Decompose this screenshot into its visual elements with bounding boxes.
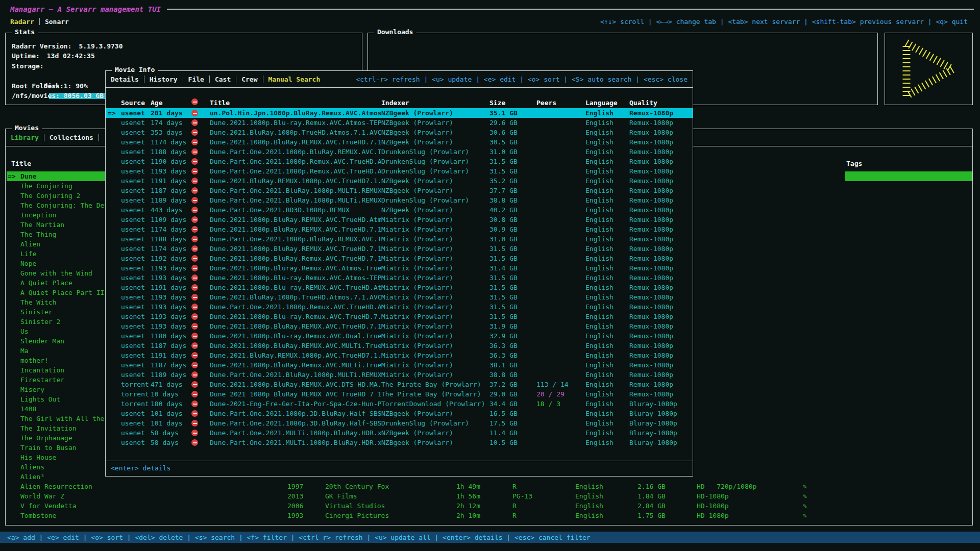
selection-prefix bbox=[106, 118, 121, 128]
result-source: usenet bbox=[121, 312, 151, 321]
result-title: Dune.Part.One.2021.BD3D.1080p.REMUX bbox=[210, 205, 381, 215]
search-result-row[interactable]: usenet 1193 days Dune.2021.BluRay.1080p.… bbox=[106, 292, 693, 302]
result-rejection bbox=[191, 428, 210, 438]
search-result-row[interactable]: usenet 1193 days Dune.2021.1080p.Bluray.… bbox=[106, 263, 693, 273]
result-quality: Remux-1080p bbox=[629, 360, 693, 370]
search-result-row[interactable]: usenet 443 days Dune.Part.One.2021.BD3D.… bbox=[106, 205, 693, 215]
result-age: 1192 days bbox=[151, 254, 191, 263]
result-language: English bbox=[585, 205, 629, 215]
search-result-row[interactable]: torrent 471 days Dune.2021.1080p.BluRay.… bbox=[106, 380, 693, 389]
tab-sonarr[interactable]: Sonarr bbox=[45, 18, 69, 26]
rejection-icon bbox=[191, 119, 198, 126]
search-result-row[interactable]: usenet 1193 days Dune.Part.One.2021.1080… bbox=[106, 166, 693, 176]
result-indexer: Miatrix (Prowlarr) bbox=[381, 350, 489, 360]
monitored-icon: ✎ bbox=[803, 482, 845, 491]
movie-tags bbox=[845, 220, 972, 230]
rejection-icon bbox=[191, 420, 198, 427]
monitored-icon bbox=[803, 394, 845, 404]
result-indexer: NZBgeek (Prowlarr) bbox=[381, 118, 489, 128]
search-result-row[interactable]: usenet 1193 days Dune.Part.One.2021.1080… bbox=[106, 302, 693, 312]
search-result-row[interactable]: => usenet 201 days un.Pol.Hin.Jpn.1080p.… bbox=[106, 108, 693, 118]
search-result-row[interactable]: usenet 1191 days Dune.2021.1080p.Blu-ray… bbox=[106, 283, 693, 292]
result-quality: Remux-1080p bbox=[629, 215, 693, 224]
result-title: Dune.Part.One.2021.BluRay.1080p.MULTi.RE… bbox=[210, 370, 381, 380]
search-result-row[interactable]: usenet 1174 days Dune.2021.1080p.BluRay.… bbox=[106, 137, 693, 147]
movie-row[interactable]: Alien Resurrection 1997 20th Century Fox… bbox=[7, 482, 972, 491]
selection-prefix bbox=[106, 292, 121, 302]
search-result-row[interactable]: usenet 1191 days Dune.2021.BluRay.REMUX.… bbox=[106, 176, 693, 186]
search-result-row[interactable]: usenet 1187 days Dune.Part.One.2021.BluR… bbox=[106, 186, 693, 195]
monitored-icon: ✎ bbox=[803, 511, 845, 520]
search-result-row[interactable]: usenet 174 days Dune.2021.1080p.Blu-ray.… bbox=[106, 118, 693, 128]
selection-prefix bbox=[7, 356, 20, 365]
movie-language: English bbox=[575, 482, 638, 491]
search-result-row[interactable]: usenet 1187 days Dune.2021.1080p.BluRay.… bbox=[106, 341, 693, 350]
tab-library[interactable]: Library bbox=[11, 134, 39, 141]
search-result-row[interactable]: usenet 353 days Dune.2021.BluRay.1080p.T… bbox=[106, 128, 693, 137]
search-result-row[interactable]: usenet 58 days Dune.Part.One.2021.MULTi.… bbox=[106, 428, 693, 438]
search-result-row[interactable]: usenet 101 days Dune.Part.One.2021.1080p… bbox=[106, 409, 693, 418]
result-title: Dune.2021.1080p.Blu-ray.Remux.AVC.Dual.T… bbox=[210, 331, 381, 341]
column-header-indexer: Indexer bbox=[381, 99, 489, 107]
search-result-row[interactable]: usenet 1189 days Dune.Part.One.2021.BluR… bbox=[106, 370, 693, 380]
movie-quality bbox=[697, 239, 803, 249]
tab-details[interactable]: Details bbox=[111, 76, 139, 83]
result-size: 31.5 GB bbox=[489, 244, 536, 254]
movie-row[interactable]: Tombstone 1993 Cinergi Pictures 2h 10m R… bbox=[7, 511, 972, 520]
result-size: 37.7 GB bbox=[489, 186, 536, 195]
search-result-row[interactable]: usenet 1109 days Dune.2021.1080p.BluRay.… bbox=[106, 215, 693, 224]
search-result-row[interactable]: usenet 101 days Dune.Part.One.2021.1080p… bbox=[106, 418, 693, 428]
result-quality: Remux-1080p bbox=[629, 176, 693, 186]
result-language: English bbox=[585, 195, 629, 205]
tab-cast[interactable]: Cast bbox=[215, 76, 231, 83]
stat-version-value: 5.19.3.9730 bbox=[79, 42, 122, 50]
result-rejection bbox=[191, 224, 210, 234]
search-result-row[interactable]: torrent 180 days Dune-2021-Eng-Fre-Ger-I… bbox=[106, 399, 693, 409]
movie-tags bbox=[845, 307, 972, 317]
result-language: English bbox=[585, 108, 629, 118]
subtab-separator bbox=[44, 134, 44, 141]
column-header-size: Size bbox=[489, 99, 536, 107]
result-title: Dune.Part.One.2021.1080p.BluRay.REMUX.AV… bbox=[210, 147, 381, 157]
selection-prefix bbox=[106, 166, 121, 176]
search-result-row[interactable]: torrent 10 days Dune 2021 1080p BluRay R… bbox=[106, 389, 693, 399]
search-result-row[interactable]: usenet 1188 days Dune.Part.One.2021.1080… bbox=[106, 234, 693, 244]
tab-crew[interactable]: Crew bbox=[241, 76, 257, 83]
result-quality: Remux-1080p bbox=[629, 244, 693, 254]
search-table-body: => usenet 201 days un.Pol.Hin.Jpn.1080p.… bbox=[106, 108, 693, 447]
tab-radarr[interactable]: Radarr bbox=[10, 18, 34, 26]
movie-tags bbox=[845, 297, 972, 307]
selection-prefix bbox=[7, 404, 20, 414]
tab-collections[interactable]: Collections bbox=[50, 134, 93, 141]
movie-row[interactable]: V for Vendetta 2006 Virtual Studios 2h 1… bbox=[7, 501, 972, 511]
result-peers bbox=[536, 224, 585, 234]
result-title: Dune 2021 1080p BluRay REMUX AVC TrueHD … bbox=[210, 389, 381, 399]
movie-tags bbox=[845, 356, 972, 365]
tab-history[interactable]: History bbox=[150, 76, 178, 83]
monitored-icon bbox=[803, 201, 845, 210]
search-result-row[interactable]: usenet 1189 days Dune.Part.One.2021.BluR… bbox=[106, 195, 693, 205]
result-title: Dune.2021.BluRay.REMUX.1080p.AVC.TrueHD7… bbox=[210, 350, 381, 360]
result-language: English bbox=[585, 341, 629, 350]
search-result-row[interactable]: usenet 58 days Dune.Part.One.2021.MULTi.… bbox=[106, 438, 693, 447]
column-header-quality: Quality bbox=[629, 99, 693, 107]
search-result-row[interactable]: usenet 1188 days Dune.Part.One.2021.1080… bbox=[106, 147, 693, 157]
search-result-row[interactable]: usenet 1192 days Dune.2021.1080p.BluRay.… bbox=[106, 254, 693, 263]
search-result-row[interactable]: usenet 1174 days Dune.2021.1080p.BluRay.… bbox=[106, 224, 693, 234]
search-result-row[interactable]: usenet 1187 days Dune.2021.1080p.BluRay.… bbox=[106, 360, 693, 370]
search-result-row[interactable]: usenet 1191 days Dune.2021.BluRay.REMUX.… bbox=[106, 350, 693, 360]
tab-manual-search[interactable]: Manual Search bbox=[268, 76, 321, 83]
movie-quality bbox=[697, 453, 803, 462]
search-result-row[interactable]: usenet 1193 days Dune.2021.1080p.Blu-ray… bbox=[106, 312, 693, 321]
result-language: English bbox=[585, 118, 629, 128]
search-result-row[interactable]: usenet 1174 days Dune.2021.1080p.BluRay.… bbox=[106, 244, 693, 254]
search-result-row[interactable]: usenet 1180 days Dune.2021.1080p.Blu-ray… bbox=[106, 331, 693, 341]
search-result-row[interactable]: usenet 1190 days Dune.Part.One.2021.1080… bbox=[106, 157, 693, 166]
movie-row[interactable]: World War Z 2013 GK Films 1h 56m PG-13 E… bbox=[7, 491, 972, 501]
tab-file[interactable]: File bbox=[188, 76, 204, 83]
search-result-row[interactable]: usenet 1193 days Dune.2021.1080p.Blu-ray… bbox=[106, 273, 693, 283]
search-result-row[interactable]: usenet 1193 days Dune.2021.1080p.BluRay.… bbox=[106, 321, 693, 331]
monitored-icon bbox=[803, 220, 845, 230]
result-source: usenet bbox=[121, 157, 151, 166]
monitored-icon: ✎ bbox=[803, 491, 845, 501]
